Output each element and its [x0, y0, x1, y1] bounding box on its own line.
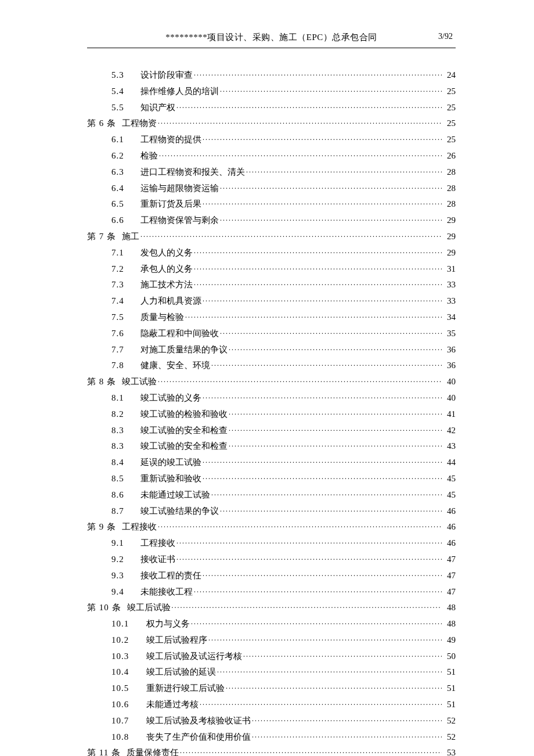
table-of-contents: 5.3设计阶段审查245.4操作维修人员的培训255.5知识产权25第 6 条工…: [87, 69, 456, 756]
toc-item: 10.8丧失了生产价值和使用价值52: [87, 731, 456, 741]
toc-page: 36: [443, 345, 456, 354]
toc-number: 8.1: [111, 394, 140, 402]
toc-item: 10.7竣工后试验及考核验收证书52: [87, 715, 456, 725]
toc-leader-dots: [220, 327, 442, 336]
toc-label: 工程物资: [122, 119, 157, 128]
toc-page: 25: [443, 103, 456, 112]
toc-item: 10.1权力与义务48: [87, 618, 456, 628]
toc-page: 33: [443, 297, 456, 305]
toc-page: 25: [443, 119, 456, 128]
toc-item: 8.7竣工试验结果的争议46: [87, 505, 456, 516]
toc-label: 施工: [122, 232, 139, 241]
toc-leader-dots: [194, 69, 442, 78]
toc-section: 第 11 条质量保修责任53: [87, 747, 456, 756]
toc-leader-dots: [211, 359, 442, 368]
toc-item: 9.1工程接收46: [87, 537, 456, 548]
toc-leader-dots: [203, 295, 442, 304]
toc-page: 47: [443, 588, 456, 596]
toc-item: 8.6未能通过竣工试验45: [87, 489, 456, 499]
toc-page: 31: [443, 265, 456, 273]
toc-number: 10.5: [111, 684, 146, 693]
toc-label: 人力和机具资源: [140, 297, 201, 305]
toc-label: 延误的竣工试验: [140, 458, 201, 467]
toc-label: 未能通过考核: [146, 700, 199, 709]
toc-label: 竣工试验的检验和验收: [140, 410, 228, 419]
toc-page: 42: [443, 426, 456, 435]
toc-label: 竣工后试验的延误: [146, 668, 216, 676]
toc-item: 8.1竣工试验的义务40: [87, 392, 456, 402]
toc-label: 竣工后试验: [127, 603, 171, 612]
toc-item: 7.8健康、安全、环境36: [87, 359, 456, 370]
toc-leader-dots: [203, 134, 442, 142]
toc-page: 50: [443, 652, 456, 661]
toc-label: 竣工试验: [122, 377, 157, 386]
toc-label: 健康、安全、环境: [140, 361, 210, 370]
toc-item: 5.4操作维修人员的培训25: [87, 85, 456, 96]
toc-number: 第 8 条: [87, 377, 116, 386]
toc-page: 25: [443, 135, 456, 144]
toc-leader-dots: [158, 376, 442, 384]
toc-label: 知识产权: [140, 103, 175, 112]
toc-page: 29: [443, 249, 456, 257]
toc-leader-dots: [229, 440, 442, 449]
toc-leader-dots: [252, 731, 442, 740]
toc-label: 发包人的义务: [140, 249, 193, 257]
toc-page: 40: [443, 377, 456, 386]
toc-leader-dots: [194, 279, 442, 287]
toc-number: 8.3: [111, 442, 140, 451]
toc-leader-dots: [211, 489, 442, 498]
toc-page: 44: [443, 458, 456, 467]
toc-label: 工程物资保管与剩余: [140, 216, 219, 225]
toc-number: 8.4: [111, 458, 140, 467]
toc-page: 28: [443, 184, 456, 193]
toc-page: 48: [443, 620, 456, 628]
toc-label: 未能接收工程: [140, 588, 193, 596]
toc-number: 7.2: [111, 265, 140, 273]
toc-leader-dots: [191, 618, 442, 627]
toc-number: 10.1: [111, 620, 146, 628]
toc-number: 10.3: [111, 652, 146, 661]
toc-leader-dots: [203, 392, 442, 401]
toc-page: 25: [443, 87, 456, 96]
toc-page: 46: [443, 539, 456, 548]
toc-label: 竣工试验结果的争议: [140, 507, 219, 516]
toc-item: 10.4竣工后试验的延误51: [87, 666, 456, 676]
toc-leader-dots: [229, 424, 442, 433]
toc-number: 7.1: [111, 249, 140, 257]
toc-number: 5.3: [111, 71, 140, 80]
toc-label: 竣工后试验及试运行考核: [146, 652, 242, 661]
toc-label: 操作维修人员的培训: [140, 87, 219, 96]
toc-leader-dots: [226, 682, 442, 691]
toc-item: 7.7对施工质量结果的争议36: [87, 344, 456, 354]
toc-page: 51: [443, 700, 456, 709]
toc-page: 33: [443, 280, 456, 289]
toc-item: 8.2竣工试验的检验和验收41: [87, 408, 456, 419]
toc-leader-dots: [158, 521, 442, 530]
toc-item: 5.3设计阶段审查24: [87, 69, 456, 80]
toc-page: 28: [443, 168, 456, 177]
toc-leader-dots: [158, 117, 442, 126]
toc-leader-dots: [229, 344, 442, 352]
toc-section: 第 9 条工程接收46: [87, 521, 456, 531]
toc-number: 5.5: [111, 103, 140, 112]
toc-label: 承包人的义务: [140, 265, 193, 273]
toc-number: 6.2: [111, 152, 140, 160]
toc-number: 9.3: [111, 571, 140, 580]
toc-section: 第 7 条施工29: [87, 231, 456, 241]
toc-number: 6.5: [111, 200, 140, 208]
toc-label: 接收工程的责任: [140, 571, 201, 580]
toc-label: 工程接收: [122, 523, 157, 531]
toc-number: 7.6: [111, 329, 140, 338]
toc-page: 51: [443, 684, 456, 693]
toc-number: 6.3: [111, 168, 140, 177]
toc-label: 工程物资的提供: [140, 135, 201, 144]
toc-leader-dots: [185, 311, 442, 320]
toc-number: 7.7: [111, 345, 140, 354]
toc-number: 7.3: [111, 280, 140, 289]
toc-label: 竣工试验的安全和检查: [140, 426, 228, 435]
toc-page: 29: [443, 232, 456, 241]
toc-leader-dots: [194, 586, 442, 595]
toc-number: 8.6: [111, 491, 140, 499]
toc-label: 质量与检验: [140, 313, 184, 322]
toc-number: 10.7: [111, 717, 146, 725]
